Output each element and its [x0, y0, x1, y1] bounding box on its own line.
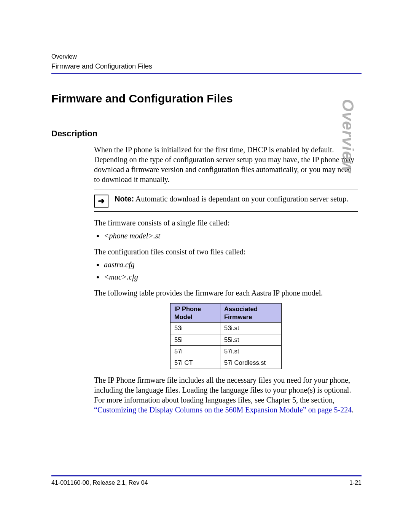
footer-doc-id: 41-001160-00, Release 2.1, Rev 04: [51, 479, 148, 486]
running-header: Overview Firmware and Configuration File…: [51, 53, 362, 71]
document-page: Overview Firmware and Configuration File…: [0, 0, 411, 415]
cell-firmware: 57i Cordless.st: [220, 357, 282, 369]
header-topic: Firmware and Configuration Files: [51, 62, 362, 71]
footer-rule: [51, 475, 362, 476]
list-item: <mac>.cfg: [104, 272, 358, 282]
cell-model: 57i CT: [170, 357, 220, 369]
note-label: Note:: [115, 195, 134, 203]
closing-paragraph: The IP Phone firmware file includes all …: [94, 375, 358, 415]
closing-suffix: .: [352, 406, 354, 414]
note-body: Automatic download is dependant on your …: [134, 195, 348, 203]
list-item: <phone model>.st: [104, 231, 358, 241]
note-text: Note: Automatic download is dependant on…: [115, 194, 348, 204]
arrow-right-icon: ➜: [94, 195, 108, 208]
cell-model: 53i: [170, 323, 220, 334]
cell-firmware: 55i.st: [220, 334, 282, 345]
config-list: aastra.cfg <mac>.cfg: [94, 260, 358, 282]
header-section: Overview: [51, 53, 362, 61]
list-item: aastra.cfg: [104, 260, 358, 270]
body-column: When the IP phone is initialized for the…: [94, 145, 358, 415]
intro-paragraph: When the IP phone is initialized for the…: [94, 145, 358, 184]
config-line: The configuration files consist of two f…: [94, 247, 358, 257]
firmware-table-wrap: IP Phone Model Associated Firmware 53i 5…: [94, 303, 358, 369]
cell-firmware: 53i.st: [220, 323, 282, 334]
side-tab-label: Overview: [339, 99, 357, 173]
closing-prefix: The IP Phone firmware file includes all …: [94, 376, 351, 404]
page-footer: 41-001160-00, Release 2.1, Rev 04 1-21: [51, 475, 362, 486]
table-row: 57i CT 57i Cordless.st: [170, 357, 282, 369]
table-row: 57i 57i.st: [170, 346, 282, 357]
note-rule-bottom: [94, 211, 358, 212]
cell-firmware: 57i.st: [220, 346, 282, 357]
header-rule: [51, 73, 362, 74]
table-intro: The following table provides the firmwar…: [94, 288, 358, 298]
cell-model: 57i: [170, 346, 220, 357]
firmware-line: The firmware consists of a single file c…: [94, 218, 358, 228]
table-row: 55i 55i.st: [170, 334, 282, 345]
cross-reference-link[interactable]: “Customizing the Display Columns on the …: [94, 406, 352, 414]
firmware-table: IP Phone Model Associated Firmware 53i 5…: [170, 303, 282, 369]
col-header-model: IP Phone Model: [170, 303, 220, 322]
cell-model: 55i: [170, 334, 220, 345]
firmware-list: <phone model>.st: [94, 231, 358, 241]
page-title: Firmware and Configuration Files: [51, 92, 362, 105]
table-row: 53i 53i.st: [170, 323, 282, 334]
note-block: ➜ Note: Automatic download is dependant …: [94, 190, 358, 212]
col-header-firmware: Associated Firmware: [220, 303, 282, 322]
table-header-row: IP Phone Model Associated Firmware: [170, 303, 282, 322]
footer-page-number: 1-21: [349, 479, 362, 486]
section-heading-description: Description: [51, 129, 362, 139]
